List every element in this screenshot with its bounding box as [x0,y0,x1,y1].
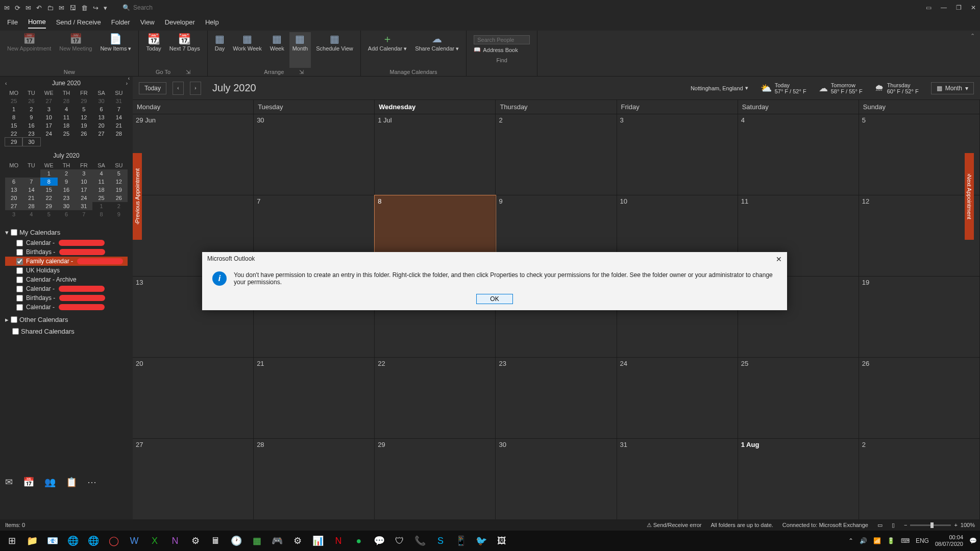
calendar-cell[interactable]: 29 [375,439,496,519]
mini-cal-day[interactable] [58,138,75,146]
notifications-icon[interactable]: 💬 [969,537,977,544]
mini-cal-day[interactable]: 28 [22,202,40,210]
weather-today[interactable]: ⛅Today57° F / 52° F [761,82,806,94]
volume-icon[interactable]: 🔊 [860,537,867,544]
today-button[interactable]: 📆Today [143,32,164,68]
collapse-sidebar-icon[interactable]: ‹ [128,76,130,81]
mail-icon[interactable]: ✉ [26,4,31,12]
mini-cal-day[interactable]: 1 [92,202,110,210]
word-icon[interactable]: W [126,532,143,549]
calendar-list-item[interactable]: Calendar - [5,284,128,293]
add-calendar-button[interactable]: ＋Add Calendar ▾ [365,32,410,68]
goto-today-button[interactable]: Today [139,82,166,94]
prev-period-button[interactable]: ‹ [173,82,184,95]
zoom-control[interactable]: − + 100% [904,522,975,528]
calendar-cell[interactable]: 4 [738,114,859,195]
mini-cal-day[interactable]: 1 [5,105,22,113]
mini-cal-day[interactable]: 8 [5,113,22,121]
prev-month-icon[interactable]: ‹ [5,81,7,86]
start-button[interactable]: ⊞ [3,532,20,549]
mini-cal-day[interactable]: 7 [110,105,128,113]
tab-help[interactable]: Help [205,18,219,28]
messenger-icon[interactable]: 💬 [371,532,388,549]
tab-folder[interactable]: Folder [111,18,130,28]
calendar-cell[interactable]: 2 [859,439,980,519]
mini-cal-day[interactable]: 29 [40,202,58,210]
mini-cal-day[interactable]: 3 [40,105,58,113]
mini-cal-day[interactable]: 4 [22,210,40,218]
battery-icon[interactable]: 🔋 [887,537,895,544]
mini-cal-day[interactable]: 28 [110,130,128,138]
calendar-checkbox[interactable] [16,240,23,246]
share-calendar-button[interactable]: ☁Share Calendar ▾ [412,32,462,68]
send-receive-error[interactable]: ⚠ Send/Receive error [647,522,702,529]
people-view-icon[interactable]: 👥 [44,477,56,488]
mini-cal-day[interactable]: 10 [40,113,58,121]
app-icon[interactable]: ⚙ [289,532,306,549]
mini-cal-day[interactable]: 11 [58,113,75,121]
calendar-cell[interactable]: 3 [617,114,738,195]
new-meeting-button[interactable]: 📅New Meeting [56,32,95,68]
ok-button[interactable]: OK [476,294,512,304]
mini-cal-day[interactable] [40,138,58,146]
mini-cal-day[interactable] [92,138,110,146]
tab-send-receive[interactable]: Send / Receive [56,18,101,28]
tab-developer[interactable]: Developer [165,18,195,28]
excel-icon[interactable]: X [146,532,163,549]
next-period-button[interactable]: › [190,82,201,95]
viber-icon[interactable]: 📞 [411,532,429,549]
mini-cal-day[interactable]: 17 [75,186,92,194]
more-icon[interactable]: ⋯ [87,477,96,488]
customize-qat-icon[interactable]: ▾ [104,4,107,12]
calendar-cell[interactable]: 12 [859,195,980,276]
dialog-launcher-icon[interactable]: ⇲ [186,69,190,76]
mini-cal-day[interactable]: 6 [58,210,75,218]
mini-cal-day[interactable]: 3 [75,169,92,178]
new-items-button[interactable]: 📄New Items ▾ [97,32,134,68]
view-switcher[interactable]: ▦Month▾ [931,82,974,94]
view-reading-icon[interactable]: ▯ [892,522,895,529]
mini-cal-day[interactable]: 25 [92,194,110,202]
mini-cal-day[interactable]: 2 [22,105,40,113]
mini-cal-day[interactable]: 31 [110,97,128,105]
tab-view[interactable]: View [140,18,155,28]
mini-cal-day[interactable]: 14 [22,186,40,194]
mini-cal-table[interactable]: MOTUWETHFRSASU12345678910111213141516171… [5,161,128,218]
outlook-taskbar-icon[interactable]: 📧 [44,532,61,549]
mini-cal-day[interactable]: 8 [40,178,58,186]
calendar-cell[interactable]: 25 [738,358,859,438]
my-calendars-header[interactable]: ▾My Calendars [5,229,128,236]
mini-cal-day[interactable]: 2 [58,169,75,178]
edge-icon[interactable]: 🌐 [85,532,102,549]
taskbar-clock[interactable]: 00:04 08/07/2020 [935,534,963,547]
spotify-icon[interactable]: ● [350,532,368,549]
next-month-icon[interactable]: › [126,81,128,86]
mini-cal-day[interactable]: 22 [5,130,22,138]
send-icon[interactable]: ✉ [59,4,64,12]
app-icon[interactable]: ⚙ [187,532,204,549]
mini-cal-day[interactable]: 30 [92,97,110,105]
calendar-cell[interactable]: 29 Jun [133,114,254,195]
calendar-grid[interactable]: 29 Jun301 Jul234567891011121314151617181… [133,114,980,519]
new-appointment-button[interactable]: 📅New Appointment [4,32,54,68]
mini-cal-day[interactable]: 16 [58,186,75,194]
mini-cal-day[interactable] [22,169,40,178]
maximize-icon[interactable]: ❐ [956,4,962,11]
calendar-cell[interactable]: 1 Jul [375,114,496,195]
mini-cal-day[interactable]: 20 [92,121,110,130]
mini-cal-day[interactable]: 16 [22,121,40,130]
mini-cal-day[interactable]: 21 [110,121,128,130]
mini-cal-day[interactable]: 6 [92,105,110,113]
mini-cal-day[interactable]: 18 [92,186,110,194]
calendar-cell[interactable]: 22 [375,358,496,438]
previous-appointment-tab[interactable]: ‹ Previous Appointment [133,153,142,240]
mini-cal-day[interactable]: 28 [58,97,75,105]
workweek-view-button[interactable]: ▦Work Week [230,32,264,68]
mini-cal-table[interactable]: MOTUWETHFRSASU25262728293031123456789101… [5,89,128,146]
month-view-button[interactable]: ▦Month [289,32,311,68]
calendar-cell[interactable]: 28 [254,439,375,519]
language-indicator[interactable]: ENG [916,537,929,544]
calendar-list-item[interactable]: Calendar - [5,303,128,312]
collapse-ribbon-icon[interactable]: ⌃ [965,31,980,76]
skype-icon[interactable]: S [432,532,449,549]
